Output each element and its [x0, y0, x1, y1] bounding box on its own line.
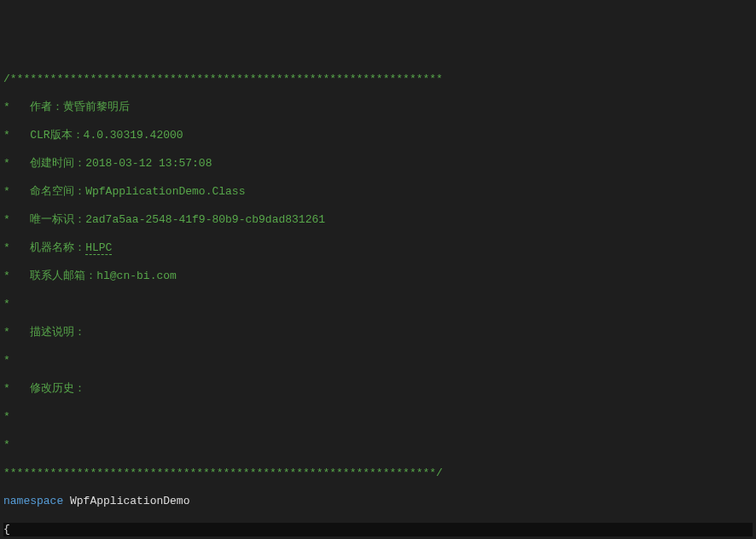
comment-created: * 创建时间：2018-03-12 13:57:08 [3, 157, 753, 171]
comment-author: * 作者：黄昏前黎明后 [3, 101, 753, 115]
comment-email: * 联系人邮箱：hl@cn-bi.com [3, 270, 753, 284]
comment-clr: * CLR版本：4.0.30319.42000 [3, 129, 753, 143]
comment-line: * [3, 410, 753, 425]
namespace-decl: namespace WpfApplicationDemo [3, 495, 753, 509]
brace-open: { [3, 523, 753, 537]
comment-history: * 修改历史： [3, 382, 753, 397]
comment-machine: * 机器名称：HLPC [3, 241, 753, 256]
comment-line: ****************************************… [3, 467, 753, 481]
comment-line: * [3, 298, 753, 312]
comment-namespace: * 命名空间：WpfApplicationDemo.Class [3, 185, 753, 200]
comment-guid: * 唯一标识：2ad7a5aa-2548-41f9-80b9-cb9dad831… [3, 213, 753, 228]
comment-desc: * 描述说明： [3, 326, 753, 340]
comment-line: * [3, 438, 753, 453]
comment-line: * [3, 354, 753, 368]
code-editor[interactable]: /***************************************… [0, 56, 756, 539]
comment-line: /***************************************… [3, 72, 753, 87]
